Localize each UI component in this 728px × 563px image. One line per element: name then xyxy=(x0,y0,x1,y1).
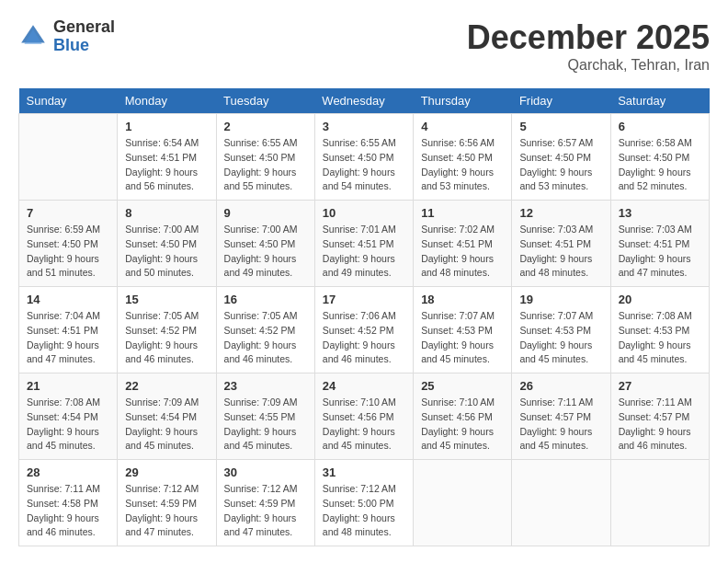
logo-general-label: General xyxy=(53,18,115,37)
title-block: December 2025 Qarchak, Tehran, Iran xyxy=(467,18,710,74)
logo: General Blue xyxy=(18,18,115,55)
day-number: 23 xyxy=(224,379,307,393)
day-number: 5 xyxy=(519,120,602,133)
calendar-cell: 13Sunrise: 7:03 AMSunset: 4:51 PMDayligh… xyxy=(610,201,709,287)
weekday-header-monday: Monday xyxy=(118,88,216,114)
calendar-cell: 23Sunrise: 7:09 AMSunset: 4:55 PMDayligh… xyxy=(216,373,314,460)
calendar-cell: 19Sunrise: 7:07 AMSunset: 4:53 PMDayligh… xyxy=(512,287,610,373)
day-number: 24 xyxy=(323,379,405,393)
day-number: 1 xyxy=(125,120,208,133)
day-info: Sunrise: 7:08 AMSunset: 4:53 PMDaylight:… xyxy=(619,309,701,367)
calendar-cell: 7Sunrise: 6:59 AMSunset: 4:50 PMDaylight… xyxy=(19,201,118,287)
day-info: Sunrise: 7:05 AMSunset: 4:52 PMDaylight:… xyxy=(125,309,208,367)
calendar-cell: 20Sunrise: 7:08 AMSunset: 4:53 PMDayligh… xyxy=(610,287,709,373)
day-info: Sunrise: 7:09 AMSunset: 4:54 PMDaylight:… xyxy=(125,396,208,454)
day-info: Sunrise: 7:01 AMSunset: 4:51 PMDaylight:… xyxy=(323,223,405,281)
calendar-cell: 4Sunrise: 6:56 AMSunset: 4:50 PMDaylight… xyxy=(414,114,512,201)
day-number: 30 xyxy=(224,465,307,479)
calendar-week-row: 21Sunrise: 7:08 AMSunset: 4:54 PMDayligh… xyxy=(19,373,710,460)
calendar-cell: 28Sunrise: 7:11 AMSunset: 4:58 PMDayligh… xyxy=(19,460,118,546)
day-info: Sunrise: 7:03 AMSunset: 4:51 PMDaylight:… xyxy=(619,223,701,281)
day-number: 16 xyxy=(224,293,307,306)
day-number: 27 xyxy=(619,379,701,393)
calendar-cell: 10Sunrise: 7:01 AMSunset: 4:51 PMDayligh… xyxy=(314,201,413,287)
day-number: 18 xyxy=(421,293,504,306)
month-title: December 2025 xyxy=(467,18,710,57)
day-number: 14 xyxy=(27,293,109,306)
day-number: 3 xyxy=(323,120,405,133)
day-info: Sunrise: 6:58 AMSunset: 4:50 PMDaylight:… xyxy=(619,136,701,194)
day-number: 19 xyxy=(519,293,602,306)
day-info: Sunrise: 6:59 AMSunset: 4:50 PMDaylight:… xyxy=(27,223,109,281)
day-number: 22 xyxy=(125,379,208,393)
day-info: Sunrise: 7:07 AMSunset: 4:53 PMDaylight:… xyxy=(519,309,602,367)
calendar-cell: 31Sunrise: 7:12 AMSunset: 5:00 PMDayligh… xyxy=(314,460,413,546)
calendar-cell: 26Sunrise: 7:11 AMSunset: 4:57 PMDayligh… xyxy=(512,373,610,460)
day-number: 10 xyxy=(323,206,405,220)
day-number: 31 xyxy=(323,465,405,479)
day-info: Sunrise: 7:11 AMSunset: 4:58 PMDaylight:… xyxy=(27,482,109,540)
day-number: 13 xyxy=(619,206,701,220)
calendar-cell: 1Sunrise: 6:54 AMSunset: 4:51 PMDaylight… xyxy=(118,114,216,201)
day-info: Sunrise: 7:09 AMSunset: 4:55 PMDaylight:… xyxy=(224,396,307,454)
weekday-header-wednesday: Wednesday xyxy=(314,88,413,114)
weekday-header-saturday: Saturday xyxy=(610,88,709,114)
day-info: Sunrise: 7:12 AMSunset: 4:59 PMDaylight:… xyxy=(125,482,208,540)
calendar-header: SundayMondayTuesdayWednesdayThursdayFrid… xyxy=(19,88,710,114)
day-number: 2 xyxy=(224,120,307,133)
calendar-cell: 6Sunrise: 6:58 AMSunset: 4:50 PMDaylight… xyxy=(610,114,709,201)
day-info: Sunrise: 6:54 AMSunset: 4:51 PMDaylight:… xyxy=(125,136,208,194)
day-number: 9 xyxy=(224,206,307,220)
logo-blue-label: Blue xyxy=(53,37,115,55)
calendar-cell: 18Sunrise: 7:07 AMSunset: 4:53 PMDayligh… xyxy=(414,287,512,373)
calendar-cell: 5Sunrise: 6:57 AMSunset: 4:50 PMDaylight… xyxy=(512,114,610,201)
day-info: Sunrise: 7:10 AMSunset: 4:56 PMDaylight:… xyxy=(323,396,405,454)
day-info: Sunrise: 7:12 AMSunset: 5:00 PMDaylight:… xyxy=(323,482,405,540)
calendar-cell: 3Sunrise: 6:55 AMSunset: 4:50 PMDaylight… xyxy=(314,114,413,201)
day-info: Sunrise: 7:06 AMSunset: 4:52 PMDaylight:… xyxy=(323,309,405,367)
weekday-header-row: SundayMondayTuesdayWednesdayThursdayFrid… xyxy=(19,88,710,114)
calendar-cell: 9Sunrise: 7:00 AMSunset: 4:50 PMDaylight… xyxy=(216,201,314,287)
day-number: 21 xyxy=(27,379,109,393)
day-info: Sunrise: 7:05 AMSunset: 4:52 PMDaylight:… xyxy=(224,309,307,367)
day-info: Sunrise: 7:03 AMSunset: 4:51 PMDaylight:… xyxy=(519,223,602,281)
page-header: General Blue December 2025 Qarchak, Tehr… xyxy=(18,18,710,74)
calendar-cell: 14Sunrise: 7:04 AMSunset: 4:51 PMDayligh… xyxy=(19,287,118,373)
day-number: 15 xyxy=(125,293,208,306)
day-info: Sunrise: 6:57 AMSunset: 4:50 PMDaylight:… xyxy=(519,136,602,194)
calendar-cell: 2Sunrise: 6:55 AMSunset: 4:50 PMDaylight… xyxy=(216,114,314,201)
calendar-cell: 21Sunrise: 7:08 AMSunset: 4:54 PMDayligh… xyxy=(19,373,118,460)
day-number: 28 xyxy=(27,465,109,479)
day-info: Sunrise: 7:00 AMSunset: 4:50 PMDaylight:… xyxy=(224,223,307,281)
calendar-cell: 16Sunrise: 7:05 AMSunset: 4:52 PMDayligh… xyxy=(216,287,314,373)
logo-icon xyxy=(18,22,48,52)
calendar-cell: 11Sunrise: 7:02 AMSunset: 4:51 PMDayligh… xyxy=(414,201,512,287)
calendar-cell: 17Sunrise: 7:06 AMSunset: 4:52 PMDayligh… xyxy=(314,287,413,373)
day-number: 6 xyxy=(619,120,701,133)
weekday-header-sunday: Sunday xyxy=(19,88,118,114)
day-info: Sunrise: 7:00 AMSunset: 4:50 PMDaylight:… xyxy=(125,223,208,281)
day-number: 4 xyxy=(421,120,504,133)
day-info: Sunrise: 7:11 AMSunset: 4:57 PMDaylight:… xyxy=(619,396,701,454)
calendar-cell: 15Sunrise: 7:05 AMSunset: 4:52 PMDayligh… xyxy=(118,287,216,373)
day-number: 25 xyxy=(421,379,504,393)
calendar-cell xyxy=(414,460,512,546)
calendar-cell: 8Sunrise: 7:00 AMSunset: 4:50 PMDaylight… xyxy=(118,201,216,287)
weekday-header-tuesday: Tuesday xyxy=(216,88,314,114)
calendar-cell: 27Sunrise: 7:11 AMSunset: 4:57 PMDayligh… xyxy=(610,373,709,460)
day-number: 20 xyxy=(619,293,701,306)
day-info: Sunrise: 6:55 AMSunset: 4:50 PMDaylight:… xyxy=(224,136,307,194)
calendar-week-row: 28Sunrise: 7:11 AMSunset: 4:58 PMDayligh… xyxy=(19,460,710,546)
calendar-cell xyxy=(19,114,118,201)
calendar-body: 1Sunrise: 6:54 AMSunset: 4:51 PMDaylight… xyxy=(19,114,710,546)
calendar-cell: 12Sunrise: 7:03 AMSunset: 4:51 PMDayligh… xyxy=(512,201,610,287)
day-number: 8 xyxy=(125,206,208,220)
day-info: Sunrise: 7:08 AMSunset: 4:54 PMDaylight:… xyxy=(27,396,109,454)
day-info: Sunrise: 7:07 AMSunset: 4:53 PMDaylight:… xyxy=(421,309,504,367)
day-info: Sunrise: 7:04 AMSunset: 4:51 PMDaylight:… xyxy=(27,309,109,367)
calendar-cell: 24Sunrise: 7:10 AMSunset: 4:56 PMDayligh… xyxy=(314,373,413,460)
weekday-header-friday: Friday xyxy=(512,88,610,114)
day-number: 29 xyxy=(125,465,208,479)
day-info: Sunrise: 7:12 AMSunset: 4:59 PMDaylight:… xyxy=(224,482,307,540)
calendar-cell xyxy=(610,460,709,546)
